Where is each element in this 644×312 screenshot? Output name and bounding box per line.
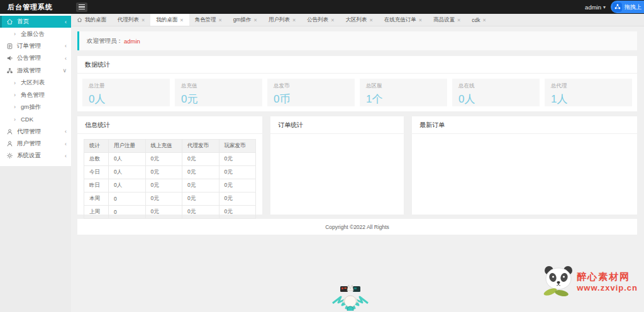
- stat-value: 0人: [89, 92, 164, 106]
- close-icon[interactable]: ×: [142, 17, 145, 23]
- sidebar-item-label: 订单管理: [17, 42, 41, 50]
- close-icon[interactable]: ×: [254, 17, 257, 23]
- sidebar-item[interactable]: › gm操作: [0, 101, 71, 113]
- stat-value: 1个: [366, 92, 441, 106]
- menu-toggle-button[interactable]: [76, 3, 87, 12]
- stat-value: 0元: [181, 92, 256, 106]
- column-header: 统计: [84, 140, 109, 153]
- tab-label: 商品设置: [433, 16, 455, 24]
- latest-orders-panel: 最新订单: [412, 116, 637, 214]
- submenu-arrow-icon: ›: [14, 31, 16, 37]
- sidebar-item[interactable]: › 公告管理 ‹: [0, 52, 71, 64]
- value-cell: 0元: [182, 192, 219, 206]
- tab-label: 我的桌面: [85, 16, 106, 24]
- tab[interactable]: gm操作 ×: [228, 14, 263, 26]
- table-header-row: 统计用户注册线上充值代理发币玩家发币: [84, 140, 256, 153]
- sidebar-item[interactable]: › 首页 ‹: [0, 16, 71, 28]
- column-header: 线上充值: [145, 140, 182, 153]
- chevron-icon: ‹: [65, 55, 67, 62]
- tab-bar: 我的桌面 代理列表 × 我的桌面 × 角色管理 × gm操作 × 用户列表 × …: [71, 14, 644, 26]
- order-icon: [6, 43, 13, 50]
- tab[interactable]: 在线充值订单 ×: [379, 14, 428, 26]
- tab[interactable]: 用户列表 ×: [263, 14, 301, 26]
- value-cell: 0元: [182, 153, 219, 166]
- sidebar-item[interactable]: › 用户管理 ‹: [0, 138, 71, 150]
- user-icon: [6, 140, 13, 147]
- data-stats-panel: 数据统计 总注册 0人 总充值 0元 总发币 0币 总区服 1个 总在线 0人 …: [77, 56, 637, 111]
- tab-label: 公告列表: [307, 16, 328, 24]
- chevron-icon: ‹: [65, 128, 67, 135]
- table-row: 上周00元0元0元: [84, 206, 256, 219]
- tab[interactable]: 商品设置 ×: [428, 14, 466, 26]
- tab[interactable]: 我的桌面 ×: [150, 14, 189, 26]
- order-stats-panel: 订单统计: [270, 116, 404, 214]
- announcement-icon: [6, 55, 13, 62]
- value-cell: 0元: [145, 192, 182, 206]
- stat-card: 总区服 1个: [360, 79, 447, 106]
- home-icon: [6, 18, 13, 25]
- stat-label: 总充值: [181, 82, 256, 90]
- row-label-cell: 上周: [84, 206, 109, 219]
- tab-label: 大区列表: [345, 16, 367, 24]
- close-icon[interactable]: ×: [419, 17, 422, 23]
- sidebar-item-label: 大区列表: [21, 79, 45, 87]
- tab[interactable]: 角色管理 ×: [189, 14, 228, 26]
- table-row: 总数0人0元0元0元: [84, 153, 256, 166]
- chevron-icon: ‹: [65, 19, 67, 25]
- site-watermark: 醉心素材网 www.zxvip.cn: [542, 264, 638, 299]
- sidebar-item[interactable]: › 角色管理: [0, 89, 71, 101]
- user-dropdown[interactable]: admin ▾: [585, 4, 606, 11]
- value-cell: 0元: [182, 206, 219, 219]
- close-icon[interactable]: ×: [331, 17, 334, 23]
- sidebar-item[interactable]: › CDK: [0, 113, 71, 125]
- sidebar-item[interactable]: › 订单管理 ‹: [0, 40, 71, 52]
- stat-label: 总发币: [274, 82, 348, 90]
- value-cell: 0元: [145, 179, 182, 192]
- table-row: 本周00元0元0元: [84, 192, 256, 206]
- close-icon[interactable]: ×: [482, 17, 486, 23]
- stat-card: 总充值 0元: [175, 79, 262, 106]
- extension-badge-button[interactable]: 拖拽上: [611, 1, 644, 13]
- info-stats-table: 统计用户注册线上充值代理发币玩家发币 总数0人0元0元0元今日0人0元0元0元昨…: [84, 139, 256, 219]
- sidebar-item[interactable]: › 系统设置 ‹: [0, 150, 71, 162]
- chevron-icon: ‹: [65, 141, 67, 147]
- value-cell: 0元: [182, 179, 219, 192]
- tab[interactable]: cdk ×: [466, 14, 492, 26]
- close-icon[interactable]: ×: [369, 17, 372, 23]
- close-icon[interactable]: ×: [457, 17, 460, 23]
- panda-logo-icon: [542, 264, 575, 299]
- value-cell: 0元: [219, 179, 256, 192]
- chevron-icon: ‹: [65, 153, 67, 159]
- tab-label: 角色管理: [195, 16, 216, 24]
- sidebar-item[interactable]: › 全服公告: [0, 28, 71, 40]
- column-header: 用户注册: [109, 140, 146, 153]
- submenu-arrow-icon: ›: [14, 116, 16, 123]
- agent-icon: [6, 128, 13, 135]
- tab[interactable]: 代理列表 ×: [112, 14, 150, 26]
- sidebar-item[interactable]: › 大区列表: [0, 77, 71, 89]
- sidebar: › 首页 ‹ › 全服公告 › 订单管理 ‹ › 公告管理 ‹ › 游戏管理 ∨…: [0, 14, 71, 312]
- sidebar-item-label: 首页: [17, 18, 29, 26]
- sidebar-item-label: 游戏管理: [17, 67, 41, 75]
- sidebar-item-label: 角色管理: [21, 91, 45, 99]
- close-icon[interactable]: ×: [292, 17, 296, 23]
- sidebar-item[interactable]: › 游戏管理 ∨: [0, 65, 71, 77]
- stat-value: 0币: [274, 92, 348, 106]
- close-icon[interactable]: ×: [219, 17, 222, 23]
- app-title: 后台管理系统: [0, 3, 71, 12]
- tab[interactable]: 公告列表 ×: [301, 14, 340, 26]
- tab[interactable]: 我的桌面: [71, 14, 112, 26]
- tab-label: cdk: [472, 17, 480, 23]
- watermark-site-name: 醉心素材网: [577, 271, 638, 283]
- close-icon[interactable]: ×: [180, 17, 183, 23]
- sidebar-item[interactable]: › 代理管理 ‹: [0, 126, 71, 138]
- stat-card: 总代理 1人: [545, 79, 632, 106]
- tab[interactable]: 大区列表 ×: [340, 14, 378, 26]
- home-icon: [77, 17, 82, 23]
- watermark-site-url: www.zxvip.cn: [577, 283, 638, 292]
- welcome-label: 欢迎管理员：: [87, 37, 123, 45]
- value-cell: 0元: [219, 166, 256, 179]
- sidebar-item-label: gm操作: [21, 103, 41, 111]
- sidebar-item-label: CDK: [21, 116, 33, 123]
- stat-label: 总注册: [89, 82, 164, 90]
